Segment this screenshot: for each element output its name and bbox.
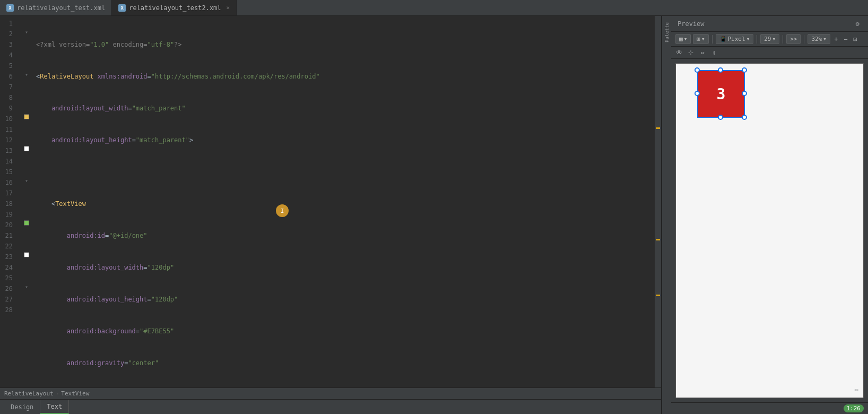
line-num-9: 9 <box>0 103 17 114</box>
gutter-4 <box>21 48 32 58</box>
settings-icon[interactable]: ⚙ <box>853 20 862 28</box>
cursor-position[interactable]: 1:26 <box>844 404 864 412</box>
gutter-19 <box>21 207 32 218</box>
preview-second-toolbar: 👁 ⊹ ⇔ ↕ <box>671 47 868 59</box>
zoom-out-icon[interactable]: − <box>842 36 849 43</box>
line-num-26: 26 <box>0 283 17 294</box>
line-num-12: 12 <box>0 135 17 145</box>
gutter-24 <box>21 260 32 271</box>
line-num-6: 6 <box>0 71 17 82</box>
toolbar-sep-4 <box>804 35 804 44</box>
preview-canvas[interactable]: 3 ✏ <box>675 63 864 398</box>
handle-ml[interactable] <box>695 91 700 96</box>
scroll-marker-1 <box>656 127 660 129</box>
line-num-23: 23 <box>0 252 17 262</box>
tab-file-icon-2: X <box>118 4 126 12</box>
gutter-15 <box>21 165 32 175</box>
tab-text[interactable]: Text <box>40 400 69 414</box>
editor-scrollbar[interactable] <box>655 16 661 387</box>
tab-design[interactable]: Design <box>4 400 40 414</box>
gutter-5 <box>21 58 32 69</box>
line-num-28: 28 <box>0 305 17 315</box>
scroll-marker-3 <box>656 295 660 296</box>
tab-design-label: Design <box>11 403 33 411</box>
tab-relativelayout-test[interactable]: X relativelayout_test.xml <box>0 0 112 15</box>
preview-red-textview[interactable]: 3 <box>697 70 745 118</box>
eye-icon[interactable]: 👁 <box>675 49 683 56</box>
handle-br[interactable] <box>742 115 747 120</box>
tab-bar: X relativelayout_test.xml X relativelayo… <box>0 0 868 16</box>
code-container[interactable]: 1 2 3 4 5 6 7 8 9 10 11 12 13 14 15 16 1… <box>0 16 661 387</box>
device-icon: 📱 <box>719 36 727 42</box>
design-surface-toggle[interactable]: ▦ ▾ <box>675 34 691 44</box>
tab-label-1: relativelayout_test.xml <box>17 4 105 12</box>
line-num-2: 2 <box>0 29 17 39</box>
gutter-17 <box>21 186 32 196</box>
zoom-control[interactable]: 32% ▾ <box>808 34 830 44</box>
line-num-14: 14 <box>0 156 17 167</box>
line-num-11: 11 <box>0 124 17 135</box>
gutter-26[interactable]: ▾ <box>21 281 32 292</box>
zoom-in-icon[interactable]: + <box>832 36 840 43</box>
cursor-icon[interactable]: ⊹ <box>687 49 695 56</box>
line-num-21: 21 <box>0 230 17 241</box>
line-num-20: 20 <box>0 220 17 230</box>
line-num-27: 27 <box>0 294 17 305</box>
main-area: 1 2 3 4 5 6 7 8 9 10 11 12 13 14 15 16 1… <box>0 16 868 414</box>
device-label: Pixel <box>728 36 745 42</box>
handle-tl[interactable] <box>695 67 700 73</box>
handle-bc[interactable] <box>718 115 723 120</box>
gutter-20 <box>21 218 32 228</box>
line-num-10: 10 <box>0 114 17 124</box>
line-num-24: 24 <box>0 262 17 273</box>
gutter-28 <box>21 303 32 313</box>
gutter-16[interactable]: ▾ <box>21 175 32 186</box>
handle-tr[interactable] <box>742 67 747 73</box>
preview-status-bar: 1:26 <box>671 402 868 414</box>
line-num-7: 7 <box>0 82 17 92</box>
breadcrumb-bar: RelativeLayout › TextView <box>0 387 661 399</box>
api-chevron: ▾ <box>772 36 776 42</box>
handle-tc[interactable] <box>718 67 723 73</box>
vertical-arrow-icon[interactable]: ↕ <box>710 49 718 56</box>
api-level-selector[interactable]: 29 ▾ <box>760 34 779 44</box>
preview-toolbar: ▦ ▾ ⊞ ▾ 📱 Pixel ▾ 29 <box>671 32 868 47</box>
code-line-7: android:id="@+id/one" <box>32 230 655 241</box>
line-num-16: 16 <box>0 177 17 188</box>
gutter-10 <box>21 111 32 122</box>
gutter-21 <box>21 228 32 239</box>
edit-icon[interactable]: ✏ <box>855 385 859 393</box>
blueprint-toggle[interactable]: ⊞ ▾ <box>693 34 708 44</box>
breadcrumb-item-1[interactable]: RelativeLayout <box>4 390 54 397</box>
tab-relativelayout-test2[interactable]: X relativelayout_test2.xml × <box>112 0 237 15</box>
toolbar-sep-3 <box>783 35 783 44</box>
breadcrumb-separator: › <box>56 390 59 397</box>
line-num-8: 8 <box>0 92 17 103</box>
tab-label-2: relativelayout_test2.xml <box>129 4 221 12</box>
code-editor[interactable]: <?xml version="1.0" encoding="utf-8"?> <… <box>32 16 655 387</box>
arrows-icon[interactable]: ⇔ <box>699 49 706 56</box>
gutter-1 <box>21 16 32 27</box>
status-right-area: 1:26 <box>844 404 864 412</box>
code-line-3: android:layout_width="match_parent" <box>32 103 655 114</box>
handle-mr[interactable] <box>742 91 747 96</box>
gutter-23 <box>21 249 32 260</box>
code-line-11: android:gravity="center" <box>32 358 655 368</box>
gutter-22 <box>21 239 32 249</box>
fit-icon[interactable]: ⊡ <box>852 36 859 43</box>
line-num-5: 5 <box>0 61 17 71</box>
scrollbar-track[interactable] <box>655 16 661 387</box>
theme-selector[interactable]: >> <box>786 34 801 44</box>
palette-bar: Palette <box>662 16 671 414</box>
gutter-2[interactable]: ▾ <box>21 27 32 37</box>
tab-close-button-2[interactable]: × <box>227 4 230 11</box>
gutter-25 <box>21 271 32 281</box>
editor-gutter: ▾ ▾ ▾ <box>21 16 32 387</box>
device-selector[interactable]: 📱 Pixel ▾ <box>716 34 754 44</box>
line-num-22: 22 <box>0 241 17 252</box>
gutter-3 <box>21 37 32 48</box>
zoom-label: 32% <box>811 36 822 42</box>
gutter-6[interactable]: ▾ <box>21 69 32 80</box>
breadcrumb-item-2[interactable]: TextView <box>61 390 89 397</box>
design-icon: ▦ <box>679 36 683 42</box>
